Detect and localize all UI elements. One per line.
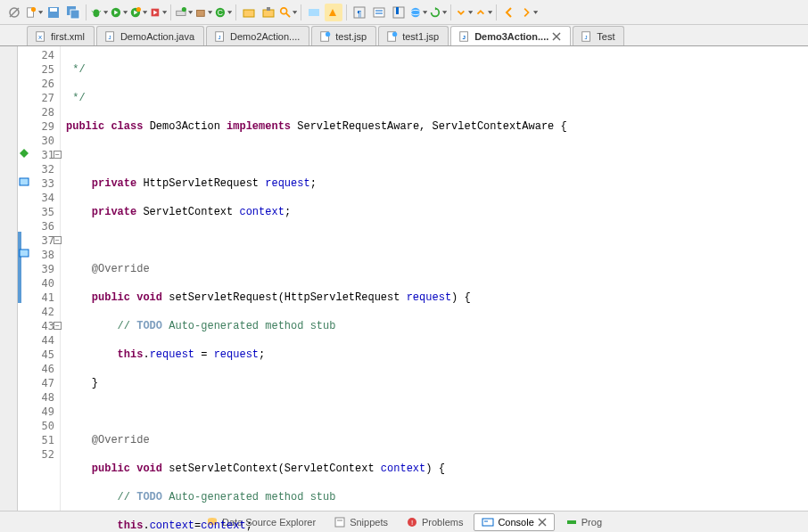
show-source-icon[interactable] xyxy=(370,4,388,21)
svg-text:J: J xyxy=(108,33,111,39)
code-editor[interactable]: */ */ public class Demo3Action implement… xyxy=(61,46,808,511)
refresh-icon[interactable] xyxy=(429,4,447,21)
open-task-icon[interactable] xyxy=(260,4,277,21)
svg-rect-20 xyxy=(243,10,254,17)
tab-label: first.xml xyxy=(51,31,85,42)
svg-point-8 xyxy=(93,9,99,17)
globe-icon[interactable] xyxy=(409,4,427,21)
tab-demo3action[interactable]: JDemo3Action.... xyxy=(450,26,571,45)
tab-demo2action[interactable]: JDemo2Action.... xyxy=(206,26,309,45)
bookmark-icon[interactable] xyxy=(390,4,408,21)
tab-label: Demo2Action.... xyxy=(230,31,300,42)
svg-text:X: X xyxy=(38,33,42,39)
tab-label: test1.jsp xyxy=(402,31,439,42)
svg-rect-51 xyxy=(20,178,29,185)
search-icon[interactable] xyxy=(279,4,297,21)
line-numbers[interactable]: 24252627 282930 31− 3233343536 37− 38394… xyxy=(30,46,61,511)
svg-point-44 xyxy=(392,31,397,36)
svg-line-24 xyxy=(286,12,290,16)
svg-rect-52 xyxy=(20,250,29,257)
tab-first-xml[interactable]: Xfirst.xml xyxy=(27,26,95,45)
save-all-icon[interactable] xyxy=(64,4,82,21)
editor-area: 24252627 282930 31− 3233343536 37− 38394… xyxy=(0,46,808,511)
prev-annotation-icon[interactable] xyxy=(474,4,492,21)
change-marker xyxy=(18,232,21,303)
marker-column[interactable] xyxy=(18,46,30,511)
svg-point-42 xyxy=(326,31,330,36)
svg-point-13 xyxy=(136,6,141,11)
svg-rect-32 xyxy=(396,7,399,14)
toggle-comment-icon[interactable] xyxy=(305,4,323,21)
tab-label: Demo3Action.... xyxy=(474,31,548,42)
new-icon[interactable] xyxy=(25,4,43,21)
skip-breakpoints-icon[interactable] xyxy=(5,4,23,21)
show-whitespace-icon[interactable]: ¶ xyxy=(350,4,368,21)
back-icon[interactable] xyxy=(500,4,518,21)
tab-label: DemoAction.java xyxy=(120,31,194,42)
todo-marker-icon[interactable] xyxy=(19,248,29,258)
svg-rect-17 xyxy=(197,10,205,16)
new-server-icon[interactable] xyxy=(175,4,193,21)
save-icon[interactable] xyxy=(45,4,62,21)
svg-text:J: J xyxy=(463,33,466,39)
svg-text:¶: ¶ xyxy=(358,9,362,18)
main-toolbar: C ¶ xyxy=(0,0,808,25)
tab-test-jsp[interactable]: test.jsp xyxy=(311,26,376,45)
override-marker-icon[interactable] xyxy=(19,148,29,159)
toggle-highlight-icon[interactable] xyxy=(325,4,342,21)
tab-demoaction[interactable]: JDemoAction.java xyxy=(96,26,204,45)
forward-icon[interactable] xyxy=(520,4,538,21)
svg-point-3 xyxy=(31,6,36,11)
external-tools-icon[interactable] xyxy=(149,4,167,21)
svg-text:C: C xyxy=(218,8,223,17)
svg-rect-5 xyxy=(50,8,57,12)
tab-test[interactable]: JTest xyxy=(573,26,624,45)
run-last-icon[interactable] xyxy=(129,4,147,21)
tab-label: test.jsp xyxy=(335,31,367,42)
svg-point-33 xyxy=(411,7,420,16)
run-icon[interactable] xyxy=(110,4,128,21)
new-class-icon[interactable]: C xyxy=(214,4,232,21)
new-package-icon[interactable] xyxy=(194,4,212,21)
svg-text:J: J xyxy=(218,33,221,39)
svg-point-16 xyxy=(182,6,186,11)
svg-rect-22 xyxy=(267,7,270,11)
tab-label: Test xyxy=(597,31,614,42)
next-annotation-icon[interactable] xyxy=(455,4,473,21)
svg-rect-7 xyxy=(70,10,79,19)
open-type-icon[interactable] xyxy=(240,4,258,21)
svg-point-23 xyxy=(281,7,287,13)
svg-text:J: J xyxy=(585,33,588,39)
editor-tabs: Xfirst.xml JDemoAction.java JDemo2Action… xyxy=(0,25,808,46)
svg-rect-25 xyxy=(309,9,319,16)
svg-rect-28 xyxy=(374,8,384,17)
tab-test1-jsp[interactable]: test1.jsp xyxy=(378,26,449,45)
todo-marker-icon[interactable] xyxy=(19,176,29,187)
left-trim xyxy=(0,46,18,511)
svg-rect-21 xyxy=(263,10,274,17)
debug-icon[interactable] xyxy=(90,4,108,21)
close-icon[interactable] xyxy=(552,32,561,41)
